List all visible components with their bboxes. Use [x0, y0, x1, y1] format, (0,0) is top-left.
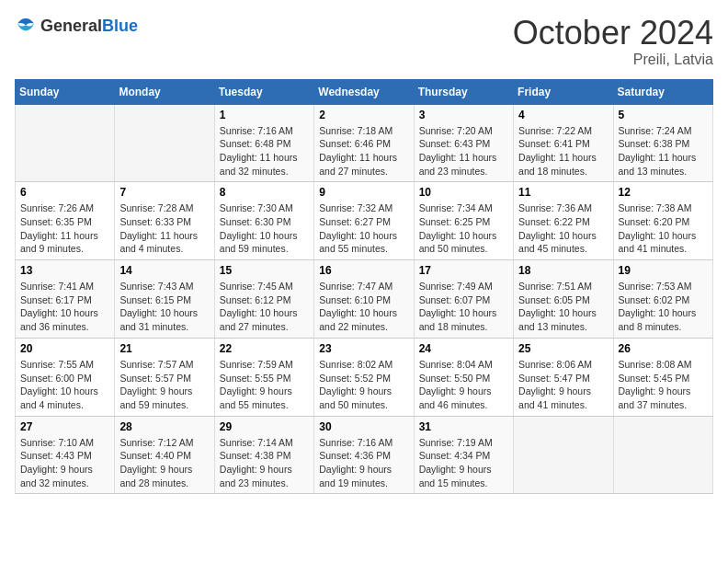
day-number: 3: [419, 109, 508, 121]
day-number: 22: [220, 342, 309, 355]
day-number: 4: [518, 109, 608, 121]
day-number: 13: [20, 264, 109, 277]
day-number: 15: [220, 264, 309, 277]
day-cell: 30 Sunrise: 7:16 AMSunset: 4:36 PMDaylig…: [314, 416, 414, 494]
day-number: 2: [319, 109, 408, 121]
week-row-4: 20 Sunrise: 7:55 AMSunset: 6:00 PMDaylig…: [16, 338, 713, 416]
day-number: 19: [619, 264, 708, 277]
day-number: 16: [319, 264, 408, 277]
day-number: 1: [220, 109, 309, 121]
day-number: 12: [619, 186, 708, 199]
day-number: 29: [220, 420, 309, 433]
day-info: Sunrise: 7:30 AMSunset: 6:30 PMDaylight:…: [220, 201, 309, 256]
day-cell: 8 Sunrise: 7:30 AMSunset: 6:30 PMDayligh…: [214, 182, 313, 260]
day-number: 25: [518, 342, 608, 355]
day-number: 28: [119, 420, 209, 433]
week-row-5: 27 Sunrise: 7:10 AMSunset: 4:43 PMDaylig…: [16, 416, 713, 494]
day-cell: [613, 416, 712, 494]
week-row-3: 13 Sunrise: 7:41 AMSunset: 6:17 PMDaylig…: [16, 260, 713, 339]
day-number: 30: [319, 420, 408, 433]
logo-blue: Blue: [102, 17, 138, 34]
day-info: Sunrise: 7:34 AMSunset: 6:25 PMDaylight:…: [419, 201, 508, 256]
day-cell: 4 Sunrise: 7:22 AMSunset: 6:41 PMDayligh…: [514, 104, 613, 182]
month-title: October 2024: [513, 15, 713, 52]
day-cell: [115, 104, 214, 182]
day-cell: 21 Sunrise: 7:57 AMSunset: 5:57 PMDaylig…: [115, 338, 214, 416]
day-info: Sunrise: 7:18 AMSunset: 6:46 PMDaylight:…: [319, 124, 408, 178]
day-info: Sunrise: 7:45 AMSunset: 6:12 PMDaylight:…: [220, 280, 309, 334]
day-number: 21: [119, 342, 209, 355]
day-info: Sunrise: 7:10 AMSunset: 4:43 PMDaylight:…: [20, 436, 109, 490]
logo: GeneralBlue: [15, 15, 138, 37]
day-info: Sunrise: 7:36 AMSunset: 6:22 PMDaylight:…: [518, 201, 608, 256]
day-cell: [514, 416, 613, 494]
day-info: Sunrise: 7:24 AMSunset: 6:38 PMDaylight:…: [619, 124, 708, 178]
day-info: Sunrise: 8:06 AMSunset: 5:47 PMDaylight:…: [518, 358, 608, 412]
day-cell: [16, 104, 115, 182]
day-number: 7: [119, 186, 209, 199]
day-number: 18: [518, 264, 608, 277]
page-header: GeneralBlue October 2024 Preili, Latvia: [15, 15, 713, 68]
col-header-saturday: Saturday: [613, 79, 712, 104]
day-cell: 15 Sunrise: 7:45 AMSunset: 6:12 PMDaylig…: [214, 260, 313, 339]
day-number: 23: [319, 342, 408, 355]
day-cell: 13 Sunrise: 7:41 AMSunset: 6:17 PMDaylig…: [16, 260, 115, 339]
day-info: Sunrise: 7:32 AMSunset: 6:27 PMDaylight:…: [319, 201, 408, 256]
title-block: October 2024 Preili, Latvia: [513, 15, 713, 68]
day-number: 26: [619, 342, 708, 355]
day-info: Sunrise: 7:16 AMSunset: 6:48 PMDaylight:…: [220, 124, 309, 178]
day-cell: 2 Sunrise: 7:18 AMSunset: 6:46 PMDayligh…: [314, 104, 414, 182]
day-cell: 3 Sunrise: 7:20 AMSunset: 6:43 PMDayligh…: [414, 104, 513, 182]
day-cell: 27 Sunrise: 7:10 AMSunset: 4:43 PMDaylig…: [16, 416, 115, 494]
day-cell: 20 Sunrise: 7:55 AMSunset: 6:00 PMDaylig…: [16, 338, 115, 416]
day-info: Sunrise: 8:02 AMSunset: 5:52 PMDaylight:…: [319, 358, 408, 412]
day-info: Sunrise: 7:26 AMSunset: 6:35 PMDaylight:…: [20, 201, 109, 256]
day-number: 14: [119, 264, 209, 277]
day-info: Sunrise: 7:51 AMSunset: 6:05 PMDaylight:…: [518, 280, 608, 334]
day-number: 20: [20, 342, 109, 355]
day-number: 11: [518, 186, 608, 199]
day-cell: 25 Sunrise: 8:06 AMSunset: 5:47 PMDaylig…: [514, 338, 613, 416]
day-number: 17: [419, 264, 508, 277]
day-cell: 6 Sunrise: 7:26 AMSunset: 6:35 PMDayligh…: [16, 182, 115, 260]
day-cell: 23 Sunrise: 8:02 AMSunset: 5:52 PMDaylig…: [314, 338, 414, 416]
day-info: Sunrise: 8:08 AMSunset: 5:45 PMDaylight:…: [619, 358, 708, 412]
day-info: Sunrise: 7:43 AMSunset: 6:15 PMDaylight:…: [119, 280, 209, 334]
day-info: Sunrise: 7:49 AMSunset: 6:07 PMDaylight:…: [419, 280, 508, 334]
day-info: Sunrise: 7:28 AMSunset: 6:33 PMDaylight:…: [119, 201, 209, 256]
day-info: Sunrise: 7:16 AMSunset: 4:36 PMDaylight:…: [319, 436, 408, 490]
day-info: Sunrise: 7:53 AMSunset: 6:02 PMDaylight:…: [619, 280, 708, 334]
day-cell: 12 Sunrise: 7:38 AMSunset: 6:20 PMDaylig…: [613, 182, 712, 260]
day-cell: 7 Sunrise: 7:28 AMSunset: 6:33 PMDayligh…: [115, 182, 214, 260]
day-number: 5: [619, 109, 708, 121]
day-number: 8: [220, 186, 309, 199]
day-number: 31: [419, 420, 508, 433]
day-cell: 31 Sunrise: 7:19 AMSunset: 4:34 PMDaylig…: [414, 416, 513, 494]
logo-icon: [15, 15, 37, 37]
day-number: 6: [20, 186, 109, 199]
col-header-monday: Monday: [115, 79, 214, 104]
week-row-2: 6 Sunrise: 7:26 AMSunset: 6:35 PMDayligh…: [16, 182, 713, 260]
day-info: Sunrise: 8:04 AMSunset: 5:50 PMDaylight:…: [419, 358, 508, 412]
header-row: SundayMondayTuesdayWednesdayThursdayFrid…: [16, 79, 713, 104]
day-info: Sunrise: 7:38 AMSunset: 6:20 PMDaylight:…: [619, 201, 708, 256]
day-cell: 18 Sunrise: 7:51 AMSunset: 6:05 PMDaylig…: [514, 260, 613, 339]
location: Preili, Latvia: [513, 52, 713, 68]
col-header-tuesday: Tuesday: [214, 79, 313, 104]
week-row-1: 1 Sunrise: 7:16 AMSunset: 6:48 PMDayligh…: [16, 104, 713, 182]
day-cell: 11 Sunrise: 7:36 AMSunset: 6:22 PMDaylig…: [514, 182, 613, 260]
day-cell: 1 Sunrise: 7:16 AMSunset: 6:48 PMDayligh…: [214, 104, 313, 182]
day-cell: 14 Sunrise: 7:43 AMSunset: 6:15 PMDaylig…: [115, 260, 214, 339]
day-info: Sunrise: 7:20 AMSunset: 6:43 PMDaylight:…: [419, 124, 508, 178]
day-info: Sunrise: 7:47 AMSunset: 6:10 PMDaylight:…: [319, 280, 408, 334]
day-cell: 5 Sunrise: 7:24 AMSunset: 6:38 PMDayligh…: [613, 104, 712, 182]
day-info: Sunrise: 7:55 AMSunset: 6:00 PMDaylight:…: [20, 358, 109, 412]
day-info: Sunrise: 7:19 AMSunset: 4:34 PMDaylight:…: [419, 436, 508, 490]
col-header-friday: Friday: [514, 79, 613, 104]
day-cell: 16 Sunrise: 7:47 AMSunset: 6:10 PMDaylig…: [314, 260, 414, 339]
col-header-wednesday: Wednesday: [314, 79, 414, 104]
day-info: Sunrise: 7:22 AMSunset: 6:41 PMDaylight:…: [518, 124, 608, 178]
logo-text: GeneralBlue: [40, 17, 138, 34]
col-header-sunday: Sunday: [16, 79, 115, 104]
day-number: 10: [419, 186, 508, 199]
